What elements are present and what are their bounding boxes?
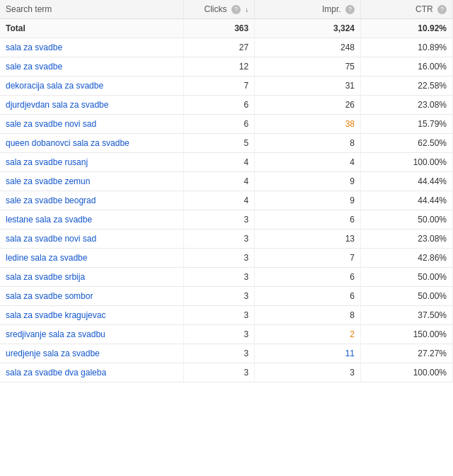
clicks-cell: 3 — [184, 363, 255, 382]
clicks-cell: 7 — [184, 76, 255, 96]
ctr-cell: 23.08% — [361, 96, 453, 115]
ctr-cell: 15.79% — [361, 115, 453, 134]
search-term-cell[interactable]: sala za svadbe rusanj — [0, 153, 184, 172]
impr-cell: 3 — [255, 363, 361, 382]
table-row: sala za svadbe2724810.89% — [0, 38, 453, 57]
ctr-cell: 22.58% — [361, 76, 453, 96]
clicks-sort-arrow[interactable]: ↓ — [245, 6, 248, 13]
impr-cell: 31 — [255, 76, 361, 96]
clicks-cell: 3 — [184, 268, 255, 287]
clicks-cell: 3 — [184, 210, 255, 230]
clicks-cell: 3 — [184, 344, 255, 363]
table-row: sale za svadbe zemun4944.44% — [0, 172, 453, 191]
ctr-cell: 50.00% — [361, 210, 453, 230]
clicks-cell: 4 — [184, 172, 255, 191]
ctr-cell: 16.00% — [361, 57, 453, 76]
ctr-cell: 10.92% — [361, 19, 453, 38]
search-term-cell[interactable]: sala za svadbe — [0, 38, 184, 57]
impr-cell: 6 — [255, 287, 361, 306]
ctr-cell: 10.89% — [361, 38, 453, 57]
ctr-header[interactable]: CTR ? — [361, 0, 453, 19]
clicks-cell: 5 — [184, 134, 255, 153]
table-row: sale za svadbe novi sad63815.79% — [0, 115, 453, 134]
clicks-cell: 6 — [184, 115, 255, 134]
impr-cell: 2 — [255, 325, 361, 344]
search-term-cell[interactable]: ledine sala za svadbe — [0, 249, 184, 268]
table-row: djurdjevdan sala za svadbe62623.08% — [0, 96, 453, 115]
table-row: sala za svadbe sombor3650.00% — [0, 287, 453, 306]
impr-cell: 75 — [255, 57, 361, 76]
search-term-cell[interactable]: uredjenje sala za svadbe — [0, 344, 184, 363]
impr-cell: 38 — [255, 115, 361, 134]
search-term-cell[interactable]: sale za svadbe novi sad — [0, 115, 184, 134]
search-term-cell[interactable]: sale za svadbe zemun — [0, 172, 184, 191]
table-row: Total3633,32410.92% — [0, 19, 453, 38]
search-term-cell[interactable]: sala za svadbe novi sad — [0, 230, 184, 249]
ctr-help-icon[interactable]: ? — [437, 5, 447, 14]
clicks-cell: 3 — [184, 325, 255, 344]
search-term-cell[interactable]: sala za svadbe dva galeba — [0, 363, 184, 382]
ctr-cell: 150.00% — [361, 325, 453, 344]
ctr-cell: 37.50% — [361, 306, 453, 325]
table-row: sredjivanje sala za svadbu32150.00% — [0, 325, 453, 344]
impr-cell: 11 — [255, 344, 361, 363]
table-row: sale za svadbe beograd4944.44% — [0, 191, 453, 210]
ctr-cell: 44.44% — [361, 191, 453, 210]
impr-cell: 6 — [255, 268, 361, 287]
clicks-header[interactable]: Clicks ? ↓ — [184, 0, 255, 19]
search-term-cell[interactable]: queen dobanovci sala za svadbe — [0, 134, 184, 153]
search-term-cell[interactable]: lestane sala za svadbe — [0, 210, 184, 230]
table-row: dekoracija sala za svadbe73122.58% — [0, 76, 453, 96]
search-term-cell[interactable]: sale za svadbe beograd — [0, 191, 184, 210]
ctr-cell: 50.00% — [361, 287, 453, 306]
ctr-cell: 23.08% — [361, 230, 453, 249]
impr-cell: 4 — [255, 153, 361, 172]
ctr-cell: 100.00% — [361, 153, 453, 172]
table-row: sala za svadbe srbija3650.00% — [0, 268, 453, 287]
impr-cell: 7 — [255, 249, 361, 268]
table-row: lestane sala za svadbe3650.00% — [0, 210, 453, 230]
impr-cell: 9 — [255, 172, 361, 191]
clicks-cell: 12 — [184, 57, 255, 76]
clicks-cell: 4 — [184, 153, 255, 172]
ctr-cell: 27.27% — [361, 344, 453, 363]
search-term-cell[interactable]: sala za svadbe srbija — [0, 268, 184, 287]
search-term-cell[interactable]: sale za svadbe — [0, 57, 184, 76]
table-row: sala za svadbe novi sad31323.08% — [0, 230, 453, 249]
clicks-help-icon[interactable]: ? — [231, 5, 241, 14]
search-term-cell[interactable]: sala za svadbe sombor — [0, 287, 184, 306]
search-term-cell[interactable]: dekoracija sala za svadbe — [0, 76, 184, 96]
impr-header[interactable]: Impr. ? — [255, 0, 361, 19]
table-row: sale za svadbe127516.00% — [0, 57, 453, 76]
search-term-header: Search term — [0, 0, 184, 19]
impr-cell: 13 — [255, 230, 361, 249]
ctr-cell: 100.00% — [361, 363, 453, 382]
clicks-cell: 3 — [184, 230, 255, 249]
clicks-cell: 3 — [184, 287, 255, 306]
impr-cell: 3,324 — [255, 19, 361, 38]
impr-cell: 6 — [255, 210, 361, 230]
table-row: ledine sala za svadbe3742.86% — [0, 249, 453, 268]
ctr-cell: 62.50% — [361, 134, 453, 153]
table-row: sala za svadbe rusanj44100.00% — [0, 153, 453, 172]
impr-cell: 8 — [255, 134, 361, 153]
impr-cell: 248 — [255, 38, 361, 57]
impr-cell: 9 — [255, 191, 361, 210]
clicks-cell: 363 — [184, 19, 255, 38]
ctr-cell: 50.00% — [361, 268, 453, 287]
table-row: sala za svadbe dva galeba33100.00% — [0, 363, 453, 382]
search-term-cell: Total — [0, 19, 184, 38]
impr-help-icon[interactable]: ? — [345, 5, 355, 14]
clicks-cell: 3 — [184, 306, 255, 325]
impr-cell: 26 — [255, 96, 361, 115]
clicks-cell: 3 — [184, 249, 255, 268]
table-row: sala za svadbe kragujevac3837.50% — [0, 306, 453, 325]
search-term-cell[interactable]: djurdjevdan sala za svadbe — [0, 96, 184, 115]
ctr-cell: 42.86% — [361, 249, 453, 268]
table-row: uredjenje sala za svadbe31127.27% — [0, 344, 453, 363]
impr-cell: 8 — [255, 306, 361, 325]
search-term-cell[interactable]: sala za svadbe kragujevac — [0, 306, 184, 325]
clicks-cell: 6 — [184, 96, 255, 115]
clicks-cell: 4 — [184, 191, 255, 210]
search-term-cell[interactable]: sredjivanje sala za svadbu — [0, 325, 184, 344]
